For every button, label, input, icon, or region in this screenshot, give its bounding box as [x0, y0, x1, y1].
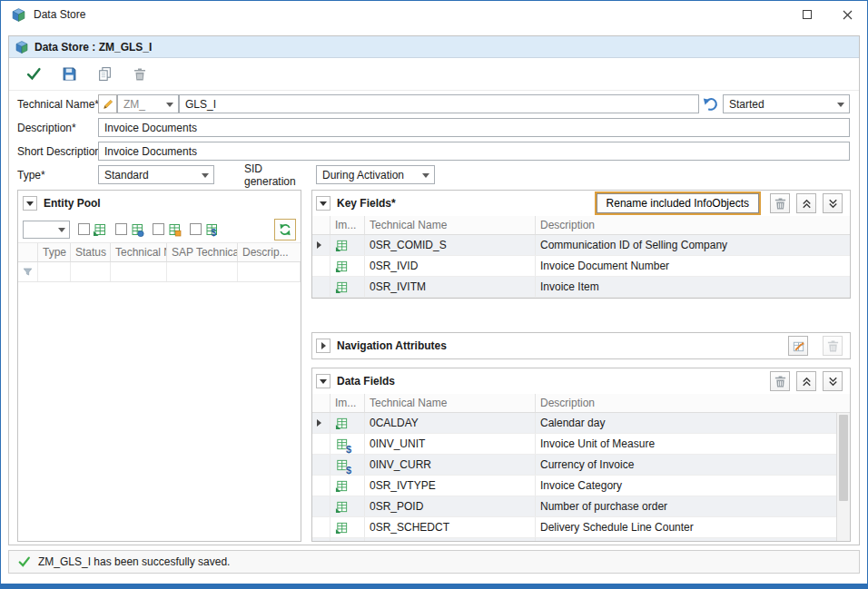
rename-infoobjects-button[interactable]: Rename included InfoObjects [597, 193, 759, 213]
column-header-description[interactable]: Description [536, 216, 850, 234]
type-select[interactable]: Standard [98, 165, 214, 184]
description-cell[interactable]: Calendar day [536, 413, 850, 433]
chevron-down-icon [166, 103, 173, 107]
prefix-select[interactable]: ZM_ [117, 94, 179, 113]
description-cell[interactable]: Invoice Unit of Measure [536, 434, 850, 454]
column-header-type[interactable]: Type [38, 243, 71, 261]
data-fields-move-down-button[interactable] [823, 371, 843, 391]
maximize-button[interactable] [787, 1, 827, 28]
status-bar: ZM_GLS_I has been succesfully saved. [8, 550, 860, 574]
save-icon [62, 66, 77, 82]
description-cell[interactable]: Number of purchase order [536, 496, 850, 516]
table-row[interactable]: $ 0INV_CURR Currency of Invoice [312, 455, 850, 476]
entity-pool-empty-area[interactable] [18, 282, 301, 541]
key-figure-icon [167, 222, 182, 237]
data-fields-scrollbar[interactable] [836, 413, 850, 541]
description-cell[interactable]: Invoice Document Number [536, 256, 850, 276]
table-row[interactable]: 0SR_IVTYPE Invoice Category [312, 476, 850, 496]
description-cell[interactable]: Delivery Schedule Line Counter [536, 517, 850, 537]
navigation-attributes-expand-button[interactable] [316, 339, 330, 353]
table-row[interactable]: 0SR_IVITM Invoice Item [312, 277, 850, 298]
entity-pool-collapse-button[interactable] [23, 196, 37, 211]
description-cell[interactable]: Currency of Invoice [536, 455, 850, 475]
data-fields-move-up-button[interactable] [796, 371, 816, 391]
technical-name-input[interactable] [179, 94, 699, 113]
technical-name-cell[interactable]: 0SR_SCHEDCT [365, 517, 536, 537]
technical-name-cell[interactable]: 0CALDAY [365, 413, 536, 433]
filter-cell[interactable] [18, 262, 38, 281]
filter-cell[interactable] [167, 262, 238, 281]
technical-name-cell[interactable]: 0SR_IVTYPE [365, 476, 536, 496]
filter-cell[interactable] [38, 262, 71, 281]
chevron-down-icon [837, 103, 844, 107]
column-header-description[interactable]: Descrip... [238, 243, 301, 261]
short-description-input[interactable] [98, 142, 850, 161]
data-fields-section: Data Fields Im... Technical Name [311, 368, 851, 542]
technical-name-cell[interactable]: 0INV_UNIT [365, 434, 536, 454]
data-store-panel: Data Store : ZM_GLS_I Technical Name* [8, 35, 860, 545]
table-row[interactable]: $ 0INV_UNIT Invoice Unit of Measure [312, 434, 850, 455]
row-expander-icon[interactable] [317, 241, 321, 249]
time-characteristic-checkbox[interactable] [115, 223, 127, 235]
filter-cell[interactable] [238, 262, 301, 281]
column-header-technical-name[interactable]: Technical Name [365, 216, 536, 234]
sid-generation-select[interactable]: During Activation [316, 165, 435, 184]
edit-technical-name-button[interactable] [98, 94, 117, 113]
description-cell[interactable]: Invoice Item [536, 277, 850, 297]
table-row[interactable]: 0SR_COMID_S Communication ID of Selling … [312, 235, 850, 256]
key-fields-collapse-button[interactable] [316, 196, 330, 211]
data-fields-title: Data Fields [337, 375, 395, 388]
data-fields-delete-button[interactable] [770, 371, 790, 391]
add-navigation-attribute-button[interactable] [788, 336, 808, 356]
status-select[interactable]: Started [723, 94, 850, 113]
entity-pool-filter-select[interactable] [23, 221, 70, 239]
currency-grid-icon: $ [335, 458, 349, 472]
entity-pool-header: Entity Pool [18, 191, 301, 216]
status-value: Started [729, 98, 764, 111]
table-row[interactable]: 0CALDAY Calendar day [312, 413, 850, 434]
unit-currency-checkbox[interactable] [190, 223, 202, 235]
scrollbar-thumb[interactable] [839, 415, 848, 501]
window-titlebar[interactable]: Data Store [1, 1, 867, 28]
column-header-description[interactable]: Description [536, 394, 850, 412]
navigation-attributes-delete-button[interactable] [823, 336, 843, 356]
panel-header: Data Store : ZM_GLS_I [9, 36, 859, 58]
technical-name-cell[interactable]: 0INV_CURR [365, 455, 536, 475]
refresh-button[interactable] [274, 219, 296, 241]
row-expander-icon[interactable] [317, 419, 321, 427]
table-row[interactable]: 0SR_IVID Invoice Document Number [312, 256, 850, 277]
column-header-import[interactable]: Im... [330, 394, 365, 412]
technical-name-cell[interactable]: 0SR_IVITM [365, 277, 536, 297]
delete-button[interactable] [131, 65, 149, 83]
characteristic-checkbox[interactable] [78, 223, 90, 235]
technical-name-cell[interactable]: 0SR_COMID_S [365, 235, 536, 255]
key-figure-checkbox[interactable] [153, 223, 164, 235]
description-cell[interactable]: Communication ID of Selling Company [536, 235, 850, 255]
activate-button[interactable] [25, 65, 43, 83]
filter-cell[interactable] [71, 262, 111, 281]
column-header-status[interactable]: Status [71, 243, 111, 261]
column-header-technical-name[interactable]: Technical N... [111, 243, 167, 261]
technical-name-cell[interactable]: 0SR_POID [365, 496, 536, 516]
table-row[interactable]: 0SR_SCHEDCT Delivery Schedule Line Count… [312, 517, 850, 538]
copy-button[interactable] [95, 65, 113, 83]
key-fields-move-up-button[interactable] [796, 193, 816, 213]
key-fields-delete-button[interactable] [770, 193, 790, 213]
column-header-sap-technical-name[interactable]: SAP Technical ... [167, 243, 238, 261]
description-cell[interactable]: Invoice Category [536, 476, 850, 496]
column-header-import[interactable]: Im... [330, 216, 365, 234]
table-row-partial[interactable] [312, 538, 850, 542]
column-header-technical-name[interactable]: Technical Name [365, 394, 536, 412]
technical-name-cell[interactable]: 0SR_IVID [365, 256, 536, 276]
data-fields-collapse-button[interactable] [316, 374, 330, 388]
key-fields-move-down-button[interactable] [823, 193, 843, 213]
undo-button[interactable] [699, 96, 723, 113]
save-button[interactable] [60, 65, 78, 83]
description-input[interactable] [98, 118, 850, 137]
infoobject-grid-icon [335, 260, 349, 273]
column-header-blank [18, 243, 38, 261]
chevron-down-icon [422, 173, 429, 178]
close-button[interactable] [827, 1, 867, 28]
table-row[interactable]: 0SR_POID Number of purchase order [312, 496, 850, 517]
filter-cell[interactable] [111, 262, 167, 281]
